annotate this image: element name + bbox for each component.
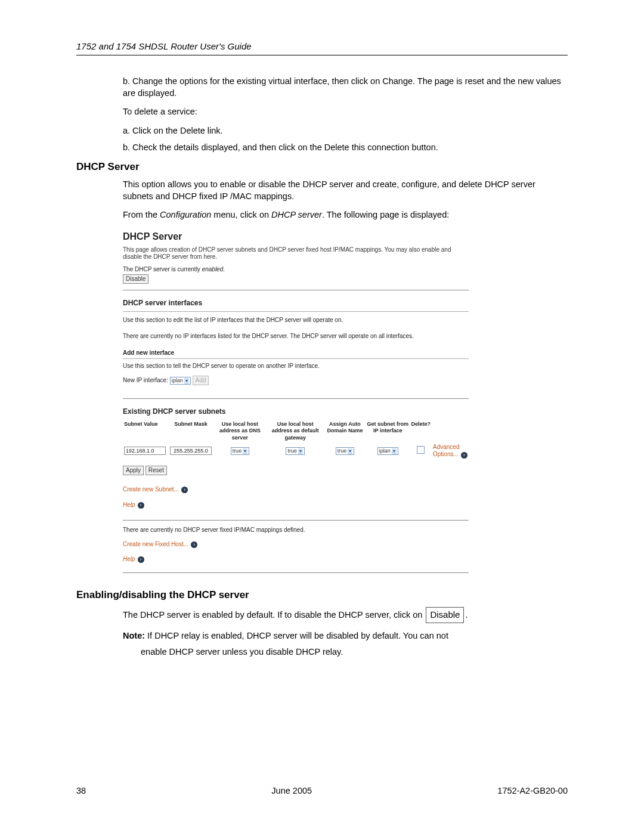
step-b: b. Check the details displayed, and then… [123, 142, 568, 154]
line1-post: . [465, 610, 467, 620]
enable-disable-para: The DHCP server is enabled by default. I… [123, 607, 568, 623]
nav-text-2: menu, click on [211, 210, 271, 219]
note-continued: enable DHCP server unless you disable DH… [141, 646, 568, 658]
footer-date: June 2005 [271, 785, 312, 797]
help-link[interactable]: Help [123, 501, 135, 508]
instruction-b-change: b. Change the options for the existing v… [123, 76, 568, 99]
note-label: Note: [123, 631, 145, 640]
ifaces-none: There are currently no IP interfaces lis… [123, 333, 469, 340]
domain-value: true [338, 448, 347, 454]
delete-checkbox[interactable] [417, 446, 425, 454]
nav-italic-1: Configuration [160, 210, 211, 219]
ifaces-title: DHCP server interfaces [123, 299, 469, 308]
page-number: 38 [76, 785, 86, 797]
domain-select[interactable]: true▾ [336, 447, 355, 455]
table-row: 192.168.1.0 255.255.255.0 true▾ true▾ tr… [123, 442, 469, 460]
new-ip-interface-select[interactable]: iplan▾ [170, 377, 191, 385]
dns-value: true [233, 448, 242, 454]
page-footer: 38 June 2005 1752-A2-GB20-00 [76, 785, 568, 797]
help-link-fixed[interactable]: Help [123, 556, 135, 562]
section-title-enable-disable: Enabling/disabling the DHCP server [76, 589, 568, 602]
dhcp-nav-instruction: From the Configuration menu, click on DH… [123, 209, 568, 221]
status-post: . [223, 266, 225, 272]
chevron-down-icon: ▾ [298, 448, 303, 454]
th-gateway: Use local host address as default gatewa… [267, 420, 324, 442]
add-iface-label: New IP interface: [123, 377, 168, 383]
create-subnet-link[interactable]: Create new Subnet... [123, 486, 179, 493]
dhcp-desc: This option allows you to enable or disa… [123, 179, 568, 202]
subnet-mask-input[interactable]: 255.255.255.0 [170, 447, 212, 455]
inline-disable-button[interactable]: Disable [426, 607, 464, 623]
status-value: enabled [202, 266, 224, 272]
subnet-value-input[interactable]: 192.168.1.0 [124, 447, 166, 455]
apply-button[interactable]: Apply [123, 466, 144, 475]
th-subnet-value: Subnet Value [123, 420, 168, 442]
ifaces-desc: Use this section to edit the list of IP … [123, 317, 469, 324]
iface-select[interactable]: iplan▾ [377, 447, 398, 455]
th-subnet-mask: Subnet Mask [168, 420, 213, 442]
note-rest: If DHCP relay is enabled, DHCP server wi… [145, 631, 448, 640]
th-dns: Use local host address as DNS server [213, 420, 267, 442]
shot-status-line: The DHCP server is currently enabled. [123, 266, 469, 274]
footer-doc-number: 1752-A2-GB20-00 [497, 785, 568, 797]
arrow-circle-icon: › [461, 452, 467, 459]
disable-button[interactable]: Disable [123, 274, 148, 284]
reset-button[interactable]: Reset [145, 466, 167, 475]
chevron-down-icon: ▾ [392, 448, 397, 454]
th-delete: Delete? [410, 420, 432, 442]
add-button[interactable]: Add [193, 376, 209, 385]
gateway-select[interactable]: true▾ [286, 447, 305, 455]
step-a: a. Click on the Delete link. [123, 125, 568, 137]
th-from-iface: Get subnet from IP interface [366, 420, 410, 442]
arrow-circle-icon: › [138, 556, 144, 563]
nav-text-1: From the [123, 210, 160, 219]
dns-select[interactable]: true▾ [231, 447, 250, 455]
create-fixed-host-link[interactable]: Create new Fixed Host... [123, 541, 188, 547]
shot-desc: This page allows creation of DHCP server… [123, 246, 469, 261]
table-header-row: Subnet Value Subnet Mask Use local host … [123, 420, 469, 442]
subnets-title: Existing DHCP server subnets [123, 407, 469, 416]
advanced-options-link[interactable]: Advanced Options... [433, 444, 459, 458]
nav-italic-2: DHCP server [271, 210, 322, 219]
subnets-table: Subnet Value Subnet Mask Use local host … [123, 420, 469, 460]
shot-title: DHCP Server [123, 228, 469, 246]
arrow-circle-icon: › [191, 541, 197, 548]
fixed-none: There are currently no DHCP server fixed… [123, 527, 469, 534]
chevron-down-icon: ▾ [243, 448, 247, 454]
delete-service-heading: To delete a service: [123, 106, 568, 118]
add-iface-title: Add new interface [123, 349, 469, 359]
status-pre: The DHCP server is currently [123, 266, 202, 272]
running-header: 1752 and 1754 SHDSL Router User's Guide [76, 41, 568, 55]
chevron-down-icon: ▾ [348, 448, 352, 454]
dhcp-server-screenshot: DHCP Server This page allows creation of… [123, 228, 469, 574]
arrow-circle-icon: › [181, 487, 188, 493]
chevron-down-icon: ▾ [184, 378, 189, 384]
new-ip-interface-value: iplan [172, 377, 183, 383]
line1-pre: The DHCP server is enabled by default. I… [123, 610, 425, 620]
note-line: Note: If DHCP relay is enabled, DHCP ser… [123, 630, 568, 642]
nav-text-3: . The following page is displayed: [322, 210, 449, 219]
gateway-value: true [287, 448, 297, 454]
arrow-circle-icon: › [138, 502, 144, 509]
iface-value: iplan [379, 448, 391, 454]
add-iface-desc: Use this section to tell the DHCP server… [123, 363, 469, 370]
th-domain: Assign Auto Domain Name [324, 420, 366, 442]
section-title-dhcp-server: DHCP Server [76, 160, 568, 174]
